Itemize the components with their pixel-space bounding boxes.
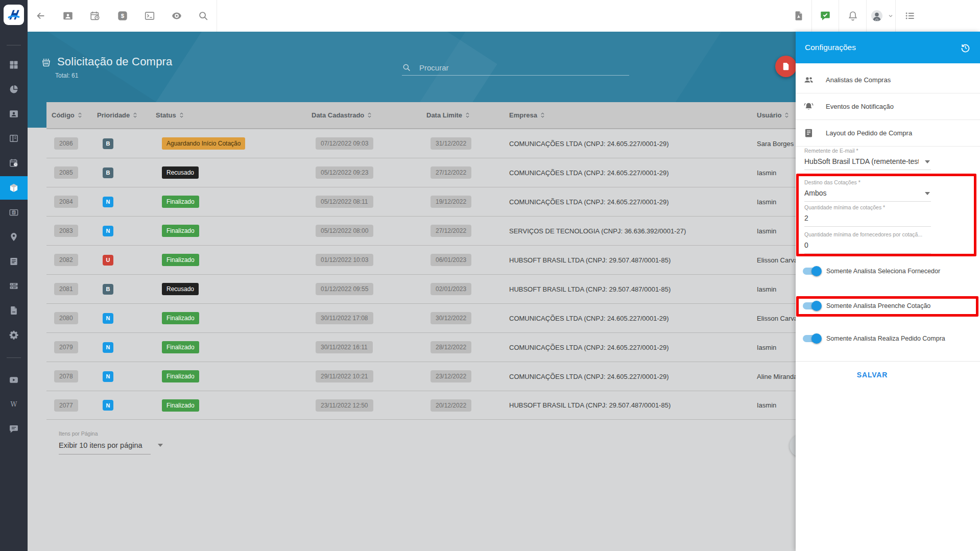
data-cadastrado-chip: 01/12/2022 09:55	[316, 283, 373, 295]
data-limite-chip: 30/12/2022	[431, 312, 471, 324]
menu-item-label: Eventos de Notificação	[826, 103, 894, 110]
search-input[interactable]	[402, 60, 629, 76]
sort-icon	[784, 112, 789, 118]
codigo-chip: 2084	[54, 196, 78, 208]
monitor-button[interactable]	[163, 0, 190, 32]
toggle-switch[interactable]	[803, 302, 820, 309]
field-remetente-email[interactable]: Remetente de E-mail *HubSoft Brasil LTDA…	[804, 148, 931, 170]
column-header-prioridade[interactable]: Prioridade	[97, 111, 156, 119]
items-per-page-select[interactable]: Exibir 10 itens por página	[59, 441, 163, 449]
sidebar-item-purchases[interactable]	[0, 176, 28, 200]
sidebar-item-documents[interactable]	[0, 299, 28, 322]
codigo-chip: 2086	[54, 137, 78, 150]
sidebar-item-support-chat[interactable]	[0, 417, 28, 441]
finance-button[interactable]: $	[109, 0, 136, 32]
status-badge: Recusado	[162, 283, 199, 295]
table-row[interactable]: 2085BRecusado05/12/2022 09:2327/12/2022C…	[46, 158, 796, 187]
chat-check-icon	[820, 10, 831, 21]
caret-down-icon	[925, 192, 930, 195]
sidebar-item-infrastructure[interactable]	[0, 274, 28, 298]
empresa-cell: COMUNICAÇÕES LTDA (CNPJ: 24.605.227/0001…	[509, 344, 757, 351]
file-document-icon	[9, 305, 19, 316]
toggle-somente-analista-realiza-pedido-compra[interactable]: Somente Analista Realiza Pedido Compra	[803, 331, 945, 346]
caret-down-icon	[925, 160, 930, 163]
sidebar-item-records[interactable]	[0, 250, 28, 273]
pdf-fab-button[interactable]	[775, 56, 797, 77]
column-header-empresa[interactable]: Empresa	[509, 111, 757, 119]
toggle-switch[interactable]	[803, 268, 820, 275]
pdf-export-button[interactable]	[785, 0, 812, 32]
topbar: $	[28, 0, 980, 32]
data-limite-chip: 23/12/2022	[431, 370, 471, 382]
sort-icon	[465, 112, 470, 118]
field-value: HubSoft Brasil LTDA (remetente-teste@hu.…	[804, 157, 919, 165]
data-limite-chip: 31/12/2022	[431, 137, 471, 150]
column-header-codigo[interactable]: Código	[46, 111, 97, 119]
sidebar-item-analytics[interactable]	[0, 78, 28, 101]
sidebar-item-boards[interactable]	[0, 127, 28, 150]
field-qtd-minima-cotacoes[interactable]: Quantidade mínima de cotações *2	[804, 204, 931, 227]
arrow-left-icon	[35, 10, 46, 21]
table-row[interactable]: 2081BRecusado01/12/2022 09:5502/01/2023H…	[46, 274, 796, 303]
schedule-button[interactable]	[81, 0, 109, 32]
data-cadastrado-chip: 30/11/2022 17:08	[316, 312, 373, 324]
toggle-somente-analista-seleciona-fornecedor[interactable]: Somente Analista Seleciona Fornecedor	[803, 264, 940, 278]
column-header-status[interactable]: Status	[156, 111, 312, 119]
sidebar-item-dashboard[interactable]	[0, 53, 28, 77]
contacts-button[interactable]	[54, 0, 82, 32]
sidebar-item-settings[interactable]	[0, 323, 28, 347]
status-badge: Aguardando Início Cotação	[162, 137, 245, 150]
codigo-chip: 2078	[54, 370, 78, 382]
table-row[interactable]: 2078NFinalizado29/11/2022 10:2123/12/202…	[46, 362, 796, 391]
table-row[interactable]: 2084NFinalizado05/12/2022 08:1119/12/202…	[46, 187, 796, 216]
table-row[interactable]: 2086BAguardando Início Cotação07/12/2022…	[46, 129, 796, 158]
table-row[interactable]: 2082UFinalizado01/12/2022 10:0306/01/202…	[46, 245, 796, 274]
sort-icon	[367, 112, 372, 118]
sidebar-item-map[interactable]	[0, 225, 28, 249]
sidebar-item-wiki[interactable]: W	[0, 393, 28, 416]
column-header-usuario[interactable]: Usuário	[757, 111, 796, 119]
usuario-cell: Elisson Carvalh	[757, 256, 796, 264]
table-row[interactable]: 2083NFinalizado05/12/2022 08:0027/12/202…	[46, 216, 796, 245]
history-icon[interactable]	[960, 42, 971, 53]
document-lines-icon	[9, 256, 19, 267]
calendar-clock-icon	[9, 158, 19, 168]
column-header-data-cadastrado[interactable]: Data Cadastrado	[312, 111, 426, 119]
settings-menu-item-3[interactable]: Layout do Pedido de Compra	[796, 120, 980, 147]
field-label: Remetente de E-mail *	[804, 148, 931, 154]
settings-menu-item-1[interactable]: Analistas de Compras	[796, 67, 980, 93]
terminal-button[interactable]	[136, 0, 163, 32]
save-button[interactable]: SALVAR	[796, 371, 949, 379]
table-row[interactable]: 2080NFinalizado30/11/2022 17:0830/12/202…	[46, 303, 796, 332]
column-label: Código	[52, 111, 75, 119]
sidebar-item-finance[interactable]: $	[0, 201, 28, 224]
status-badge: Finalizado	[162, 399, 199, 412]
menu-button[interactable]	[896, 0, 924, 32]
settings-menu-item-2[interactable]: Eventos de Notificação	[796, 93, 980, 120]
priority-badge: U	[103, 255, 113, 266]
field-label: Quantidade mínima de cotações *	[804, 204, 931, 210]
sidebar-item-schedule[interactable]	[0, 151, 28, 175]
select-underline	[59, 454, 151, 454]
notifications-button[interactable]	[839, 0, 867, 32]
search-button[interactable]	[190, 0, 217, 32]
usuario-cell: Elisson Carvalh	[757, 315, 796, 322]
settings-panel-header: Configurações	[796, 32, 980, 63]
field-destino-cotacoes[interactable]: Destino das Cotações *Ambos	[804, 179, 931, 202]
hubsoft-logo[interactable]	[4, 5, 24, 25]
user-menu[interactable]	[867, 0, 896, 32]
toggle-switch[interactable]	[803, 335, 820, 342]
data-cadastrado-chip: 01/12/2022 10:03	[316, 254, 373, 266]
location-pin-icon	[9, 232, 19, 242]
usuario-cell: Iasmin	[757, 198, 796, 206]
column-header-data-limite[interactable]: Data Limite	[426, 111, 509, 119]
back-button[interactable]	[28, 0, 55, 32]
sidebar-item-videos[interactable]	[0, 368, 28, 392]
sidebar-item-contacts[interactable]	[0, 102, 28, 126]
table-row[interactable]: 2079NFinalizado30/11/2022 16:1128/12/202…	[46, 332, 796, 362]
cash-icon: $	[9, 207, 19, 218]
table-row[interactable]: 2077NFinalizado23/11/2022 12:5020/12/202…	[46, 391, 796, 420]
messages-button[interactable]	[812, 0, 839, 32]
field-qtd-minima-fornecedores[interactable]: Quantidade mínima de fornecedores por co…	[804, 231, 931, 254]
toggle-somente-analista-preenche-cotacao[interactable]: Somente Analista Preenche Cotação	[803, 299, 930, 313]
